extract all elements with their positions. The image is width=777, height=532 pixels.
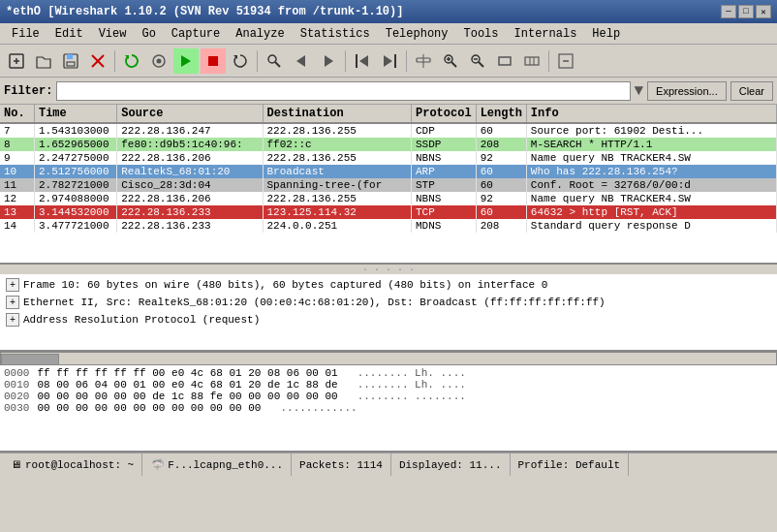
menu-capture[interactable]: Capture: [164, 25, 228, 43]
hex-offset: 0020: [4, 391, 29, 402]
packet-list: No. Time Source Destination Protocol Len…: [0, 105, 777, 265]
terminal-section: 🖥 root@localhost: ~: [0, 454, 142, 476]
menu-view[interactable]: View: [91, 25, 135, 43]
table-row[interactable]: 71.543103000222.28.136.247222.28.136.255…: [0, 123, 777, 138]
toolbar: [0, 45, 777, 78]
hex-horizontal-scrollbar[interactable]: [0, 352, 777, 365]
apply-filter-button[interactable]: ▼: [635, 82, 644, 100]
expand-icon[interactable]: +: [6, 313, 19, 327]
new-capture-button[interactable]: [4, 48, 29, 74]
close-capture-button[interactable]: [85, 48, 110, 74]
menu-telephony[interactable]: Telephony: [378, 25, 456, 43]
col-header-source: Source: [117, 105, 263, 123]
menu-internals[interactable]: Internals: [507, 25, 585, 43]
svg-marker-19: [359, 55, 368, 67]
svg-point-14: [268, 55, 276, 63]
svg-rect-32: [525, 57, 539, 65]
menu-edit[interactable]: Edit: [47, 25, 91, 43]
hex-ascii: ........ Lh. ....: [357, 379, 466, 391]
table-row[interactable]: 81.652965000fe80::d9b5:1c40:96:ff02::cSS…: [0, 138, 777, 151]
profile-label: Profile: Default: [518, 459, 621, 471]
colorize-button[interactable]: [411, 48, 436, 74]
expand-icon[interactable]: +: [6, 296, 19, 309]
separator-5: [548, 50, 549, 72]
table-row[interactable]: 122.974088000222.28.136.206222.28.136.25…: [0, 192, 777, 205]
capture-start-button[interactable]: [173, 48, 199, 74]
zoom-out-button[interactable]: [465, 48, 490, 74]
menu-tools[interactable]: Tools: [456, 25, 507, 43]
clear-filter-button[interactable]: Clear: [730, 81, 773, 101]
minimize-button[interactable]: ─: [721, 5, 736, 18]
menu-go[interactable]: Go: [134, 25, 163, 43]
expression-button[interactable]: Expression...: [647, 81, 727, 101]
menu-statistics[interactable]: Statistics: [293, 25, 378, 43]
detail-text: Frame 10: 60 bytes on wire (480 bits), 6…: [23, 279, 547, 291]
menu-help[interactable]: Help: [584, 25, 628, 43]
capture-restart-button[interactable]: [228, 48, 253, 74]
filter-input[interactable]: [56, 81, 630, 101]
file-section: 🦈 F...lcapng_eth0...: [142, 454, 292, 476]
table-row[interactable]: 92.247275000222.28.136.206222.28.136.255…: [0, 151, 777, 165]
col-header-time: Time: [34, 105, 116, 123]
table-header-row: No. Time Source Destination Protocol Len…: [0, 105, 777, 123]
table-row[interactable]: 102.512756000RealtekS_68:01:20BroadcastA…: [0, 165, 777, 178]
find-button[interactable]: [262, 48, 287, 74]
titlebar-controls: ─ □ ✕: [721, 5, 771, 18]
open-button[interactable]: [31, 48, 56, 74]
hex-row: 001008 00 06 04 00 01 00 e0 4c 68 01 20 …: [4, 379, 773, 391]
hex-ascii: ............: [280, 402, 357, 414]
table-row[interactable]: 133.144532000222.28.136.233123.125.114.3…: [0, 205, 777, 219]
normal-size-button[interactable]: [492, 48, 517, 74]
zoom-in-button[interactable]: [438, 48, 463, 74]
hex-ascii: ........ ........: [357, 391, 466, 402]
capture-stop-button[interactable]: [201, 48, 226, 74]
col-header-protocol: Protocol: [412, 105, 477, 123]
forward-button[interactable]: [316, 48, 341, 74]
back-button[interactable]: [289, 48, 314, 74]
table-row[interactable]: 143.477721000222.28.136.233224.0.0.251MD…: [0, 219, 777, 233]
displayed-count: Displayed: 11...: [399, 459, 502, 471]
maximize-button[interactable]: □: [738, 5, 754, 18]
capture-options-button[interactable]: [146, 48, 171, 74]
titlebar: *ethO [Wireshark 1.10.2 (SVN Rev 51934 f…: [0, 0, 777, 23]
menu-analyze[interactable]: Analyze: [228, 25, 292, 43]
profile-section: Profile: Default: [511, 454, 630, 476]
svg-marker-16: [296, 55, 305, 67]
close-button[interactable]: ✕: [756, 5, 771, 18]
detail-row[interactable]: +Address Resolution Protocol (request): [4, 311, 773, 329]
col-header-destination: Destination: [263, 105, 412, 123]
save-button[interactable]: [58, 48, 83, 74]
hex-row: 0000ff ff ff ff ff ff 00 e0 4c 68 01 20 …: [4, 367, 773, 379]
col-header-length: Length: [476, 105, 526, 123]
svg-line-15: [275, 62, 280, 67]
goto-last-button[interactable]: [377, 48, 402, 74]
svg-marker-17: [325, 55, 333, 67]
menu-file[interactable]: File: [4, 25, 47, 43]
expand-icon[interactable]: +: [6, 278, 19, 292]
reload-button[interactable]: [119, 48, 144, 74]
svg-marker-11: [181, 55, 191, 67]
detail-row[interactable]: +Ethernet II, Src: RealtekS_68:01:20 (00…: [4, 294, 773, 311]
wireless-toolbar-button[interactable]: [553, 48, 578, 74]
terminal-label: root@localhost: ~: [25, 459, 134, 471]
packets-section: Packets: 1114: [292, 454, 391, 476]
hex-scrollbar-thumb[interactable]: [1, 354, 59, 365]
col-header-info: Info: [526, 105, 776, 123]
detail-row[interactable]: +Frame 10: 60 bytes on wire (480 bits), …: [4, 276, 773, 294]
detail-text: Address Resolution Protocol (request): [23, 314, 260, 326]
packets-count: Packets: 1114: [299, 459, 383, 471]
goto-first-button[interactable]: [350, 48, 375, 74]
packet-table: No. Time Source Destination Protocol Len…: [0, 105, 777, 233]
svg-point-10: [157, 58, 162, 63]
hex-offset: 0030: [4, 402, 29, 414]
shark-icon: 🦈: [150, 457, 166, 473]
detail-separator: · · · · ·: [0, 265, 777, 274]
table-row[interactable]: 112.782721000Cisco_28:3d:04Spanning-tree…: [0, 178, 777, 192]
hex-bytes: 08 00 06 04 00 01 00 e0 4c 68 01 20 de 1…: [37, 379, 337, 391]
separator-1: [114, 50, 115, 72]
resize-columns-button[interactable]: [519, 48, 544, 74]
svg-marker-21: [384, 55, 392, 67]
hex-row: 002000 00 00 00 00 00 de 1c 88 fe 00 00 …: [4, 391, 773, 402]
svg-rect-5: [67, 62, 75, 66]
hex-bytes: ff ff ff ff ff ff 00 e0 4c 68 01 20 08 0…: [37, 367, 337, 379]
